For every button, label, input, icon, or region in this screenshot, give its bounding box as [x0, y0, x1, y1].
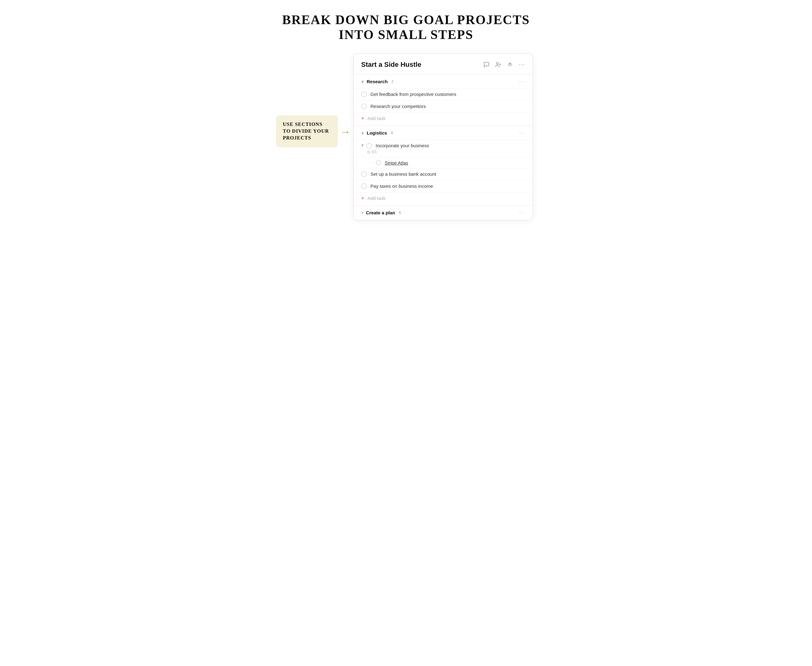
callout-arrow: → — [340, 126, 351, 137]
task-checkbox[interactable] — [361, 171, 367, 177]
section-name-logistics: Logistics — [367, 130, 387, 135]
panel-actions: ··· — [484, 61, 525, 68]
chevron-research[interactable]: ∨ — [361, 79, 364, 84]
parent-task-text: Incorporate your business — [376, 143, 525, 148]
project-panel: Start a Side Hustle — [353, 53, 533, 220]
panel-title: Start a Side Hustle — [361, 61, 421, 69]
sort-icon[interactable] — [507, 61, 513, 68]
task-text: Research your competitors — [370, 104, 525, 109]
task-checkbox[interactable] — [366, 143, 372, 148]
section-count-logistics: 4 — [391, 130, 393, 135]
parent-task-content: Incorporate your business ⊙ 0/1 — [366, 143, 525, 154]
task-row: Get feedback from prospective customers — [354, 88, 533, 100]
task-text: Set up a business bank account — [370, 171, 525, 176]
task-checkbox[interactable] — [361, 92, 367, 97]
chevron-logistics[interactable]: ∨ — [361, 130, 364, 135]
section-more-create-plan[interactable]: ··· — [519, 210, 525, 216]
task-row: Set up a business bank account — [354, 168, 533, 180]
headline-line2: INTO SMALL STEPS — [338, 28, 473, 42]
section-more-logistics[interactable]: ··· — [519, 130, 525, 136]
subtask-meta: ⊙ 0/1 — [367, 150, 525, 154]
section-header-left-logistics: ∨ Logistics 4 — [361, 130, 393, 135]
callout-box: USE SECTIONS TO DIVIDE YOUR PROJECTS — [276, 115, 338, 147]
section-logistics: ∨ Logistics 4 ··· ∨ Incorporate your bus… — [354, 125, 533, 205]
svg-point-0 — [496, 62, 498, 64]
add-task-icon: + — [361, 196, 365, 201]
parent-task-top: Incorporate your business — [366, 143, 525, 148]
section-header-left-research: ∨ Research 2 — [361, 79, 394, 84]
task-checkbox[interactable] — [376, 160, 381, 165]
more-options-icon[interactable]: ··· — [519, 61, 525, 68]
subtask-text: Stripe Atlas — [385, 160, 525, 165]
section-header-create-plan: > Create a plan 6 ··· — [354, 206, 533, 220]
comment-icon[interactable] — [484, 61, 490, 68]
task-checkbox[interactable] — [361, 104, 367, 109]
add-member-icon[interactable] — [495, 61, 501, 68]
callout-wrapper: USE SECTIONS TO DIVIDE YOUR PROJECTS → — [276, 115, 351, 147]
task-row: Pay taxes on business income — [354, 180, 533, 192]
section-research: ∨ Research 2 ··· Get feedback from prosp… — [354, 74, 533, 125]
main-headline: BREAK DOWN BIG GOAL PROJECTS INTO SMALL … — [282, 12, 530, 42]
section-header-left-plan: > Create a plan 6 — [361, 210, 401, 215]
chevron-create-plan[interactable]: > — [361, 210, 364, 215]
section-header-research: ∨ Research 2 ··· — [354, 74, 533, 88]
add-task-icon: + — [361, 116, 365, 121]
section-count-create-plan: 6 — [399, 210, 401, 215]
section-name-research: Research — [367, 79, 388, 84]
task-checkbox[interactable] — [361, 183, 367, 189]
parent-task-chevron[interactable]: ∨ — [361, 143, 364, 147]
subtask-child: Stripe Atlas — [354, 157, 533, 168]
task-row-parent: ∨ Incorporate your business ⊙ 0/1 — [354, 140, 533, 157]
section-header-logistics: ∨ Logistics 4 ··· — [354, 126, 533, 140]
callout-text: USE SECTIONS TO DIVIDE YOUR PROJECTS — [283, 122, 329, 141]
section-name-create-plan: Create a plan — [366, 210, 395, 215]
add-task-research[interactable]: + Add task — [354, 112, 533, 125]
section-more-research[interactable]: ··· — [519, 79, 525, 84]
subtask-meta-icon: ⊙ — [367, 150, 370, 154]
panel-header: Start a Side Hustle — [354, 54, 533, 74]
section-create-plan: > Create a plan 6 ··· — [354, 205, 533, 220]
subtask-meta-count: 0/1 — [371, 150, 377, 154]
task-text: Pay taxes on business income — [370, 183, 525, 189]
add-task-label: Add task — [368, 116, 386, 121]
task-text: Get feedback from prospective customers — [370, 92, 525, 97]
headline-line1: BREAK DOWN BIG GOAL PROJECTS — [282, 13, 530, 27]
task-row: Research your competitors — [354, 100, 533, 112]
main-layout: USE SECTIONS TO DIVIDE YOUR PROJECTS → S… — [279, 53, 533, 220]
add-task-logistics[interactable]: + Add task — [354, 192, 533, 205]
section-count-research: 2 — [391, 79, 394, 84]
add-task-label: Add task — [368, 196, 386, 201]
